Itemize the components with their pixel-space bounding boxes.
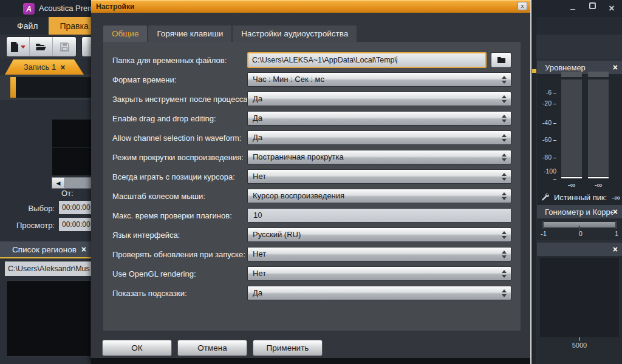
select-field-13[interactable]: Да <box>247 286 511 300</box>
frequency-label: 5000 <box>537 342 622 349</box>
spinner-arrows-icon <box>502 95 507 103</box>
spectrum-display <box>540 258 619 337</box>
select-field-7[interactable]: Нет <box>247 169 511 184</box>
folder-icon <box>497 56 506 64</box>
settings-row-2: Формат времени:Час : Мин : Сек : мс <box>112 72 511 87</box>
selection-time-field[interactable]: 00:00:00 <box>59 201 93 214</box>
dialog-content: Папка для временных файлов:C:\Users\ALEK… <box>103 42 521 331</box>
overview-track <box>10 77 91 98</box>
goniometer-close-icon[interactable]: × <box>613 207 618 217</box>
dialog-titlebar[interactable]: Настройки <box>91 0 530 13</box>
maximize-button[interactable] <box>587 2 598 15</box>
menu-item-1[interactable]: Файл <box>6 17 49 35</box>
new-file-icon <box>10 42 19 52</box>
dialog-tab-1[interactable]: Общие <box>103 25 147 42</box>
field-label-4: Enable drag and drop editing: <box>112 114 247 123</box>
dialog-close-button[interactable]: x <box>518 2 527 10</box>
document-tab[interactable]: Запись 1 × <box>5 59 84 75</box>
spectrum-panel: × 5000 <box>537 243 622 364</box>
settings-row-5: Allow channel selection in waveform:Да <box>112 130 511 145</box>
waveform-overview[interactable] <box>0 75 91 100</box>
spinner-arrows-icon <box>502 115 507 123</box>
level-meter-close-icon[interactable]: × <box>613 62 618 72</box>
field-label-10: Язык интерфейса: <box>112 231 247 240</box>
level-meter-panel: Уровнемер × -∞ -∞ Истинный пик: -∞ -6-20… <box>537 61 622 205</box>
select-field-8[interactable]: Курсор воспроизведения <box>247 189 511 203</box>
waveform-view[interactable] <box>52 119 92 176</box>
spectrum-close-icon[interactable]: × <box>613 244 618 254</box>
new-file-dropdown-icon <box>21 46 26 49</box>
select-field-11[interactable]: Нет <box>247 247 511 261</box>
vertical-zoom-slider[interactable] <box>532 17 536 364</box>
scroll-left-button[interactable]: ◀ <box>52 177 65 189</box>
meter-bar-cap-left <box>561 72 582 77</box>
field-label-5: Allow channel selection in waveform: <box>112 133 247 143</box>
field-label-11: Проверять обновления при запуске: <box>112 250 247 259</box>
select-field-5[interactable]: Да <box>247 130 511 145</box>
dialog-tab-3[interactable]: Настройки аудиоустройства <box>233 25 357 42</box>
scroll-left-icon: ◀ <box>56 180 61 186</box>
text-field-9[interactable]: 10 <box>247 208 511 223</box>
spinner-arrows-icon <box>502 76 507 84</box>
settings-row-4: Enable drag and drop editing:Да <box>112 111 511 126</box>
meter-bar-right <box>588 79 609 177</box>
regions-path-field[interactable]: C:\Users\Aleksandr\Mus <box>5 261 91 276</box>
field-label-8: Масштаб колесом мыши: <box>112 192 247 201</box>
correlation-scale-0: 0 <box>579 230 583 237</box>
peak-value-left: -∞ <box>561 181 582 189</box>
spinner-arrows-icon <box>502 251 507 258</box>
meter-scale--60: -60 <box>541 136 556 143</box>
dialog-tab-2[interactable]: Горячие клавиши <box>148 25 231 42</box>
overview-position-marker[interactable] <box>10 77 16 98</box>
select-field-10[interactable]: Русский (RU) <box>247 228 511 242</box>
settings-row-1: Папка для временных файлов:C:\Users\ALEK… <box>112 53 511 67</box>
field-label-2: Формат времени: <box>112 75 247 84</box>
save-button[interactable] <box>53 37 76 56</box>
meter-baseline-right <box>588 177 609 178</box>
selection-label: Выбор: <box>0 204 55 213</box>
true-peak-value: -∞ <box>612 193 620 202</box>
temp-folder-input[interactable]: C:\Users\ALEKSA~1\AppData\Local\Temp\ <box>247 52 487 68</box>
spectrum-header[interactable]: × <box>537 243 622 256</box>
settings-row-9: Макс. время проверки плагинов:10 <box>112 208 511 223</box>
settings-row-6: Режим прокрутки воспроизведения:Пострани… <box>112 150 511 164</box>
regions-panel-header[interactable]: Список регионов × <box>0 241 91 257</box>
select-field-4[interactable]: Да <box>247 111 511 126</box>
regions-panel-close-icon[interactable]: × <box>81 244 86 254</box>
level-meter-body: -∞ -∞ Истинный пик: -∞ -6-20-40-60-80-10… <box>537 74 622 205</box>
settings-row-8: Масштаб колесом мыши:Курсор воспроизведе… <box>112 189 511 203</box>
scrollbar-track[interactable] <box>65 177 92 189</box>
apply-button[interactable]: Применить <box>253 340 323 356</box>
waveform-hscrollbar[interactable]: ◀ <box>52 177 92 189</box>
field-label-3: Закрыть инструмент после процесса: <box>112 95 247 104</box>
select-field-3[interactable]: Да <box>247 92 511 106</box>
field-label-9: Макс. время проверки плагинов: <box>112 211 247 220</box>
dialog-title: Настройки <box>96 2 134 11</box>
ok-button[interactable]: ОК <box>102 340 172 356</box>
view-time-field[interactable]: 00:00:00 <box>59 218 93 231</box>
browse-folder-button[interactable] <box>491 52 511 68</box>
new-file-button[interactable] <box>7 37 30 56</box>
level-meter-title: Уровнемер <box>541 63 613 72</box>
select-field-2[interactable]: Час : Мин : Сек : мс <box>247 72 511 87</box>
peak-value-right: -∞ <box>588 181 609 189</box>
cancel-button[interactable]: Отмена <box>177 340 247 356</box>
spinner-arrows-icon <box>502 134 507 142</box>
view-label: Просмотр: <box>0 221 55 230</box>
minimize-button[interactable]: – <box>567 2 578 15</box>
close-button[interactable]: × <box>606 2 617 15</box>
regions-list[interactable] <box>6 280 91 357</box>
correlation-scale-1: 1 <box>615 230 618 237</box>
slider-handle[interactable] <box>532 69 536 73</box>
open-file-button[interactable] <box>30 37 53 56</box>
wrench-icon[interactable] <box>541 192 549 203</box>
document-tab-close-icon[interactable]: × <box>60 62 65 72</box>
spinner-arrows-icon <box>502 231 507 239</box>
meter-scale--80: -80 <box>541 153 556 161</box>
meter-bar-left <box>561 79 582 177</box>
from-column-label: От: <box>61 189 73 198</box>
field-label-12: Use OpenGL rendering: <box>112 269 247 278</box>
select-field-6[interactable]: Постраничная прокрутка <box>247 150 511 164</box>
select-field-12[interactable]: Нет <box>247 266 511 281</box>
goniometer-header[interactable]: Гониометр и Корре... × <box>537 205 622 218</box>
